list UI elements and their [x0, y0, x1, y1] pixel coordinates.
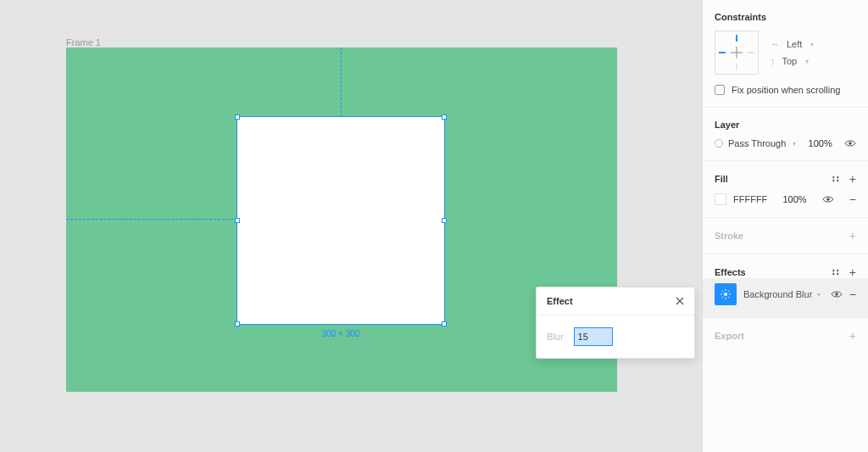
blend-mode-value: Pass Through	[728, 138, 786, 148]
fill-title: Fill	[715, 174, 728, 184]
resize-handle-mr[interactable]	[442, 218, 447, 223]
export-title: Export	[715, 331, 744, 341]
constraints-title: Constraints	[715, 12, 856, 22]
resize-handle-br[interactable]	[442, 321, 447, 326]
resize-handle-tr[interactable]	[442, 114, 447, 120]
fill-hex-input[interactable]: FFFFFF	[733, 194, 767, 204]
svg-line-9	[722, 297, 723, 298]
vertical-arrow-icon: ↕	[771, 56, 776, 66]
effect-popover-title: Effect	[547, 296, 573, 306]
svg-point-11	[835, 293, 838, 296]
stroke-section: Stroke +	[703, 218, 868, 254]
frame-label[interactable]: Frame 1	[66, 37, 101, 47]
remove-fill-icon[interactable]: −	[849, 193, 856, 205]
styles-icon[interactable]: ∷	[832, 176, 841, 181]
effect-settings-button[interactable]	[715, 283, 737, 305]
guide-vertical	[341, 47, 342, 117]
constraints-section: Constraints ↔ Left ▾ ↕ Top ▾ F	[703, 0, 868, 108]
fill-swatch[interactable]	[715, 193, 726, 205]
effect-type-value: Background Blur	[743, 289, 812, 299]
svg-line-7	[722, 291, 723, 292]
effects-styles-icon[interactable]: ∷	[832, 270, 841, 275]
blur-label: Blur	[547, 332, 564, 342]
canvas-area[interactable]: Frame 1 300 × 300	[0, 0, 698, 452]
layer-section: Layer Pass Through ▾ 100%	[703, 108, 868, 161]
constraints-widget[interactable]	[715, 31, 759, 75]
svg-point-2	[724, 293, 727, 296]
remove-effect-icon[interactable]: −	[849, 288, 856, 300]
guide-horizontal	[66, 219, 237, 220]
svg-line-10	[728, 291, 729, 292]
export-section: Export +	[703, 318, 868, 354]
resize-handle-ml[interactable]	[235, 218, 240, 223]
visibility-icon[interactable]	[844, 139, 856, 148]
constraint-v-value: Top	[782, 56, 798, 66]
add-effect-icon[interactable]: +	[849, 266, 856, 278]
effect-type-select[interactable]: Background Blur ▾	[743, 289, 824, 299]
selected-rectangle[interactable]	[237, 117, 444, 324]
effects-section: Effects ∷ + Background Blur ▾ −	[703, 254, 868, 318]
svg-line-8	[728, 297, 729, 298]
dimensions-label: 300 × 300	[237, 329, 444, 338]
resize-handle-bl[interactable]	[235, 321, 240, 326]
constraint-h-value: Left	[787, 39, 802, 49]
stroke-title: Stroke	[715, 231, 743, 241]
effect-visibility-icon[interactable]	[831, 290, 843, 299]
svg-point-0	[849, 142, 852, 145]
fix-position-checkbox[interactable]	[715, 85, 725, 95]
constraint-horizontal-select[interactable]: ↔ Left ▾	[771, 39, 814, 49]
fix-position-label: Fix position when scrolling	[732, 85, 840, 95]
close-icon[interactable]	[676, 297, 684, 305]
chevron-down-icon: ▾	[817, 291, 821, 299]
chevron-down-icon: ▾	[805, 58, 809, 65]
blur-input[interactable]	[574, 327, 613, 346]
inspector-panel: Constraints ↔ Left ▾ ↕ Top ▾ F	[702, 0, 868, 452]
chevron-down-icon: ▾	[810, 41, 814, 48]
blend-mode-select[interactable]: Pass Through ▾	[715, 138, 796, 148]
add-stroke-icon[interactable]: +	[849, 230, 856, 242]
fill-opacity-input[interactable]: 100%	[782, 194, 806, 204]
layer-opacity-input[interactable]: 100%	[809, 138, 832, 148]
fill-section: Fill ∷ + FFFFFF 100% −	[703, 161, 868, 218]
add-fill-icon[interactable]: +	[849, 173, 856, 185]
chevron-down-icon: ▾	[793, 140, 796, 148]
add-export-icon[interactable]: +	[849, 330, 856, 342]
fill-visibility-icon[interactable]	[822, 195, 834, 204]
effect-popover: Effect Blur	[536, 287, 695, 359]
svg-point-1	[826, 198, 830, 201]
effects-title: Effects	[715, 267, 746, 277]
layer-title: Layer	[715, 120, 856, 130]
horizontal-arrow-icon: ↔	[771, 39, 780, 49]
blend-mode-icon	[715, 139, 723, 148]
constraint-vertical-select[interactable]: ↕ Top ▾	[771, 56, 814, 66]
resize-handle-tl[interactable]	[235, 114, 240, 120]
